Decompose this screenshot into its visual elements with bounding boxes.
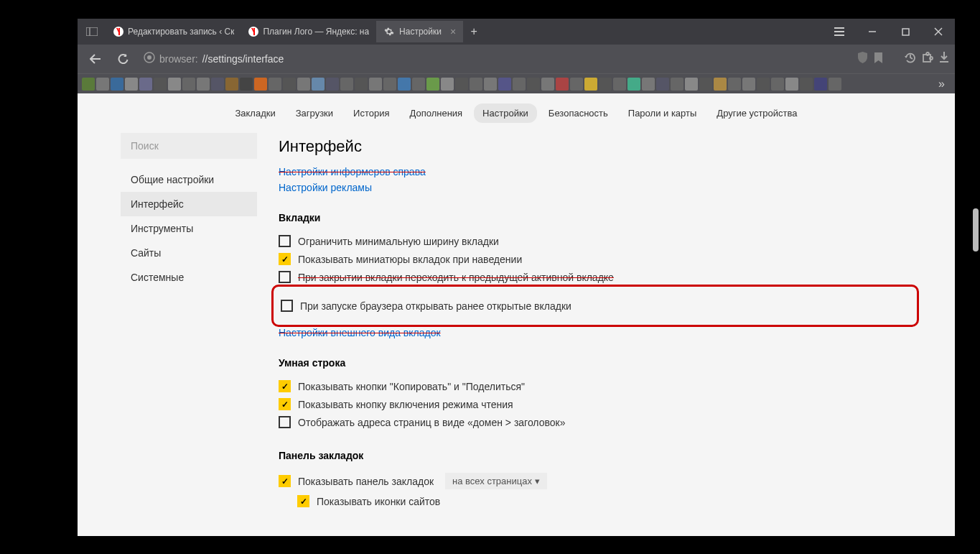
bookmark-item[interactable] [297, 78, 310, 91]
sidebar-item-interface[interactable]: Интерфейс [121, 192, 257, 216]
bookmark-item[interactable] [125, 78, 138, 91]
sidebar-item-system[interactable]: Системные [121, 265, 257, 290]
nav-addons[interactable]: Дополнения [401, 103, 471, 123]
link-informers[interactable]: Настройки информеров справа [279, 166, 912, 177]
nav-bookmarks[interactable]: Закладки [226, 103, 284, 123]
bookmark-item[interactable] [556, 78, 569, 91]
sidebar-item-tools[interactable]: Инструменты [121, 216, 257, 241]
bookmark-item[interactable] [584, 78, 597, 91]
menu-icon[interactable] [823, 19, 856, 45]
opt-on-close[interactable]: При закрытии вкладки переходить к предыд… [279, 268, 912, 286]
new-tab-button[interactable]: + [463, 25, 485, 38]
bookmark-item[interactable] [96, 78, 109, 91]
link-ads[interactable]: Настройки рекламы [279, 182, 912, 193]
checkbox-icon[interactable] [279, 271, 291, 283]
bookmark-item[interactable] [254, 78, 267, 91]
nav-devices[interactable]: Другие устройства [708, 103, 806, 123]
close-icon[interactable]: × [450, 26, 456, 37]
bookmark-item[interactable] [785, 78, 798, 91]
bookmark-item[interactable] [211, 78, 224, 91]
checkbox-checked-icon[interactable]: ✓ [297, 495, 309, 507]
bookmark-item[interactable] [498, 78, 511, 91]
bookmark-item[interactable] [757, 78, 770, 91]
bookmark-item[interactable] [742, 78, 755, 91]
bookmark-item[interactable] [225, 78, 238, 91]
bookmark-item[interactable] [699, 78, 712, 91]
sidebar-item-general[interactable]: Общие настройки [121, 167, 257, 192]
opt-limit-width[interactable]: Ограничить минимальную ширину вкладки [279, 232, 912, 250]
bookmark-item[interactable] [82, 78, 95, 91]
bookmark-item[interactable] [728, 78, 741, 91]
opt-copy-share[interactable]: ✓Показывать кнопки "Копировать" и "Подел… [279, 377, 912, 395]
reload-button[interactable] [111, 47, 135, 71]
bookmarks-overflow-icon[interactable]: » [933, 78, 951, 91]
bookmark-item[interactable] [197, 78, 210, 91]
bookmark-item[interactable] [426, 78, 439, 91]
tab-2-active[interactable]: Настройки × [376, 21, 463, 42]
sidebar-toggle-icon[interactable] [78, 19, 106, 45]
bookmark-item[interactable] [771, 78, 784, 91]
opt-show-panel[interactable]: ✓Показывать панель закладокна всех стран… [279, 470, 912, 492]
bookmark-item[interactable] [570, 78, 583, 91]
tab-1[interactable]: Плагин Лого — Яндекс: на [241, 21, 376, 42]
bookmark-item[interactable] [455, 78, 468, 91]
bookmark-item[interactable] [685, 78, 698, 91]
tab-0[interactable]: Редактировать запись ‹ Ск [106, 21, 241, 42]
checkbox-icon[interactable] [279, 416, 291, 428]
site-info-icon[interactable] [144, 52, 155, 66]
bookmark-item[interactable] [283, 78, 296, 91]
panel-pages-dropdown[interactable]: на всех страницах ▾ [445, 473, 546, 489]
bookmark-item[interactable] [470, 78, 482, 91]
bookmark-item[interactable] [627, 78, 640, 91]
bookmark-item[interactable] [513, 78, 526, 91]
nav-settings[interactable]: Настройки [474, 103, 537, 123]
bookmark-item[interactable] [814, 78, 827, 91]
minimize-button[interactable] [856, 19, 889, 45]
search-input[interactable]: Поиск [121, 133, 257, 159]
bookmark-item[interactable] [642, 78, 655, 91]
bookmark-item[interactable] [412, 78, 425, 91]
bookmark-item[interactable] [398, 78, 411, 91]
bookmark-item[interactable] [312, 78, 325, 91]
shield-icon[interactable] [857, 52, 868, 66]
bookmark-item[interactable] [111, 78, 123, 91]
bookmark-item[interactable] [326, 78, 339, 91]
bookmark-item[interactable] [800, 78, 813, 91]
opt-domain-title[interactable]: Отображать адреса страниц в виде «домен … [279, 413, 912, 431]
bookmark-item[interactable] [599, 78, 612, 91]
bookmark-item[interactable] [484, 78, 497, 91]
bookmark-item[interactable] [340, 78, 353, 91]
bookmark-item[interactable] [355, 78, 368, 91]
bookmark-item[interactable] [656, 78, 669, 91]
bookmark-item[interactable] [671, 78, 683, 91]
bookmark-item[interactable] [240, 78, 253, 91]
opt-on-start[interactable]: При запуске браузера открывать ранее отк… [281, 297, 910, 315]
checkbox-checked-icon[interactable]: ✓ [279, 253, 291, 265]
downloads-icon[interactable] [939, 52, 949, 66]
nav-security[interactable]: Безопасность [540, 103, 617, 123]
sidebar-item-sites[interactable]: Сайты [121, 241, 257, 265]
checkbox-icon[interactable] [281, 300, 293, 312]
scrollbar-thumb[interactable] [973, 208, 979, 251]
checkbox-icon[interactable] [279, 235, 291, 247]
checkbox-checked-icon[interactable]: ✓ [279, 380, 291, 392]
link-tab-appearance[interactable]: Настройки внешнего вида вкладок [279, 327, 912, 338]
url-input[interactable]: browser://settings/interface [138, 48, 854, 70]
bookmark-item[interactable] [139, 78, 152, 91]
bookmark-icon[interactable] [874, 52, 883, 66]
nav-passwords[interactable]: Пароли и карты [620, 103, 706, 123]
extension-icon[interactable] [922, 52, 933, 66]
checkbox-checked-icon[interactable]: ✓ [279, 475, 291, 487]
checkbox-checked-icon[interactable]: ✓ [279, 398, 291, 410]
bookmark-item[interactable] [154, 78, 167, 91]
nav-history[interactable]: История [345, 103, 398, 123]
history-icon[interactable] [905, 52, 916, 66]
bookmark-item[interactable] [441, 78, 454, 91]
nav-downloads[interactable]: Загрузки [287, 103, 342, 123]
opt-reader[interactable]: ✓Показывать кнопку включения режима чтен… [279, 395, 912, 413]
bookmark-item[interactable] [714, 78, 727, 91]
maximize-button[interactable] [889, 19, 922, 45]
bookmark-item[interactable] [269, 78, 281, 91]
bookmark-item[interactable] [383, 78, 396, 91]
bookmark-item[interactable] [829, 78, 841, 91]
